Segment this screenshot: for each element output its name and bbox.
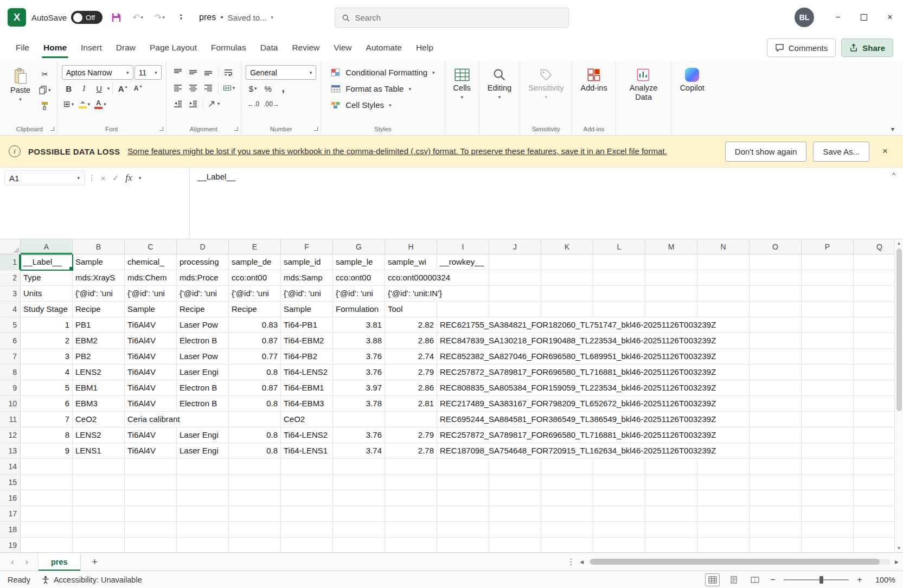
cell-N19[interactable]: [697, 538, 750, 552]
save-button[interactable]: [108, 9, 124, 25]
cell-Q9[interactable]: [854, 380, 894, 396]
column-header-J[interactable]: J: [489, 239, 541, 254]
cell-I7[interactable]: REC852382_SA827046_FOR696580_TL689951_bk…: [437, 349, 489, 365]
cell-E8[interactable]: 0.8: [229, 365, 281, 380]
row-header-7[interactable]: 7: [0, 349, 21, 365]
cell-L1[interactable]: [593, 254, 645, 270]
cell-N16[interactable]: [697, 490, 750, 506]
cell-O13[interactable]: [750, 443, 802, 459]
normal-view-button[interactable]: [705, 573, 720, 586]
cell-O14[interactable]: [750, 459, 802, 475]
undo-button[interactable]: ↶ ▾: [130, 9, 146, 25]
cell-P19[interactable]: [802, 538, 854, 552]
cell-D15[interactable]: [177, 475, 229, 490]
cell-P13[interactable]: [802, 443, 854, 459]
cell-C8[interactable]: Ti6Al4V: [125, 365, 177, 380]
cell-K17[interactable]: [541, 506, 593, 522]
tab-automate[interactable]: Automate: [359, 35, 409, 61]
cell-F12[interactable]: Ti64-LENS2: [281, 427, 333, 443]
cell-C15[interactable]: [125, 475, 177, 490]
cell-A19[interactable]: [21, 538, 73, 552]
cell-H7[interactable]: 2.74: [385, 349, 437, 365]
column-header-C[interactable]: C: [125, 239, 177, 254]
cell-G7[interactable]: 3.76: [333, 349, 385, 365]
cell-H9[interactable]: 2.86: [385, 380, 437, 396]
cell-O8[interactable]: [750, 365, 802, 380]
zoom-in-button[interactable]: +: [855, 575, 864, 585]
cancel-entry-button[interactable]: ×: [101, 174, 106, 183]
cell-O6[interactable]: [750, 333, 802, 349]
cell-D5[interactable]: Laser Pow: [177, 317, 229, 333]
cell-C13[interactable]: Ti6Al4V: [125, 443, 177, 459]
document-title-button[interactable]: pres • Saved to... ▾: [199, 12, 273, 22]
cell-P8[interactable]: [802, 365, 854, 380]
cell-H3[interactable]: {'@id': 'unit:IN'}: [385, 286, 437, 302]
cell-J19[interactable]: [489, 538, 541, 552]
cell-F16[interactable]: [281, 490, 333, 506]
cell-G9[interactable]: 3.97: [333, 380, 385, 396]
cell-I5[interactable]: REC621755_SA384821_FOR182060_TL751747_bk…: [437, 317, 489, 333]
formula-input[interactable]: __Label__ ^: [190, 168, 903, 239]
cell-A15[interactable]: [21, 475, 73, 490]
cell-H19[interactable]: [385, 538, 437, 552]
cell-F9[interactable]: Ti64-EBM1: [281, 380, 333, 396]
cell-E17[interactable]: [229, 506, 281, 522]
cell-O12[interactable]: [750, 427, 802, 443]
cell-C18[interactable]: [125, 522, 177, 538]
row-header-9[interactable]: 9: [0, 380, 21, 396]
cell-B10[interactable]: EBM3: [73, 396, 125, 412]
maximize-button[interactable]: [851, 0, 877, 35]
cell-G2[interactable]: cco:ont00: [333, 270, 385, 286]
editing-button[interactable]: Editing ▾: [484, 64, 515, 101]
cut-button[interactable]: ✂: [37, 67, 53, 81]
cell-G19[interactable]: [333, 538, 385, 552]
cell-N14[interactable]: [697, 459, 750, 475]
collapse-formula-bar-button[interactable]: ^: [892, 171, 895, 179]
cell-D6[interactable]: Electron B: [177, 333, 229, 349]
cell-Q8[interactable]: [854, 365, 894, 380]
cell-M2[interactable]: [645, 270, 697, 286]
cell-L16[interactable]: [593, 490, 645, 506]
cell-K1[interactable]: [541, 254, 593, 270]
column-header-I[interactable]: I: [437, 239, 489, 254]
cell-P9[interactable]: [802, 380, 854, 396]
cell-O5[interactable]: [750, 317, 802, 333]
cell-C16[interactable]: [125, 490, 177, 506]
cell-O10[interactable]: [750, 396, 802, 412]
cell-N18[interactable]: [697, 522, 750, 538]
align-center-button[interactable]: [186, 81, 200, 95]
cell-F5[interactable]: Ti64-PB1: [281, 317, 333, 333]
tab-insert[interactable]: Insert: [74, 35, 109, 61]
borders-button[interactable]: ⊞▾: [62, 97, 76, 111]
cell-F10[interactable]: Ti64-EBM3: [281, 396, 333, 412]
cell-H13[interactable]: 2.78: [385, 443, 437, 459]
redo-button[interactable]: ↷ ▾: [151, 9, 168, 25]
cell-E4[interactable]: Recipe: [229, 302, 281, 317]
cell-E2[interactable]: cco:ont00: [229, 270, 281, 286]
cell-I8[interactable]: REC257872_SA789817_FOR696580_TL716881_bk…: [437, 365, 489, 380]
cell-H5[interactable]: 2.82: [385, 317, 437, 333]
cell-J15[interactable]: [489, 475, 541, 490]
cell-I9[interactable]: REC808835_SA805384_FOR159059_TL223534_bk…: [437, 380, 489, 396]
cell-Q10[interactable]: [854, 396, 894, 412]
cell-B19[interactable]: [73, 538, 125, 552]
zoom-level[interactable]: 100%: [870, 576, 895, 584]
cell-P12[interactable]: [802, 427, 854, 443]
row-header-1[interactable]: 1: [0, 254, 21, 270]
cell-B4[interactable]: Recipe: [73, 302, 125, 317]
cell-B15[interactable]: [73, 475, 125, 490]
cell-C1[interactable]: chemical_: [125, 254, 177, 270]
row-header-3[interactable]: 3: [0, 286, 21, 302]
cell-H11[interactable]: [385, 412, 437, 427]
cell-C19[interactable]: [125, 538, 177, 552]
cell-H1[interactable]: sample_wi: [385, 254, 437, 270]
decrease-decimal-button[interactable]: .00→: [262, 97, 281, 111]
cell-E11[interactable]: [229, 412, 281, 427]
close-button[interactable]: ×: [877, 0, 903, 35]
orientation-button[interactable]: ▾: [206, 97, 222, 111]
cell-H14[interactable]: [385, 459, 437, 475]
cell-I18[interactable]: [437, 522, 489, 538]
align-middle-button[interactable]: [186, 65, 200, 79]
cell-A18[interactable]: [21, 522, 73, 538]
cell-F2[interactable]: mds:Samp: [281, 270, 333, 286]
